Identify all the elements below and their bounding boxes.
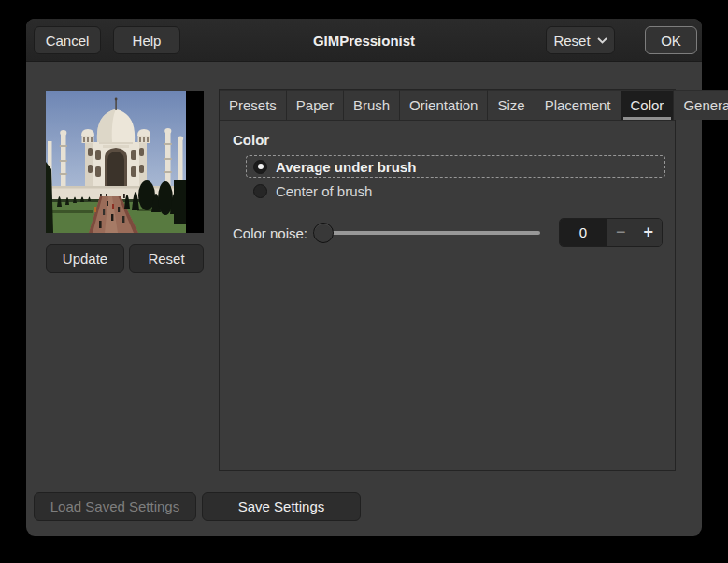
plus-icon: + [643,223,653,242]
reset-dropdown-button[interactable]: Reset [546,26,615,54]
radio-center-of-brush[interactable]: Center of brush [246,180,665,201]
slider-track[interactable] [313,231,540,235]
tab-color[interactable]: Color [621,90,675,120]
radio-average-under-brush[interactable]: Average under brush [246,155,665,178]
radio-average-label: Average under brush [276,159,416,175]
color-noise-label: Color noise: [233,225,307,241]
tab-placement[interactable]: Placement [535,90,621,120]
taj-mahal-preview-art [46,91,204,233]
radio-center-label: Center of brush [276,183,372,199]
color-noise-slider[interactable] [313,223,540,243]
screen: { "titlebar": { "title": "GIMPressionist… [0,0,728,563]
radio-unselected-icon [253,184,267,198]
preview-image [46,91,204,233]
chevron-down-icon [597,37,607,44]
reset-label: Reset [553,33,590,49]
minus-icon: − [616,223,626,242]
tab-general[interactable]: General [674,90,728,120]
tab-orientation[interactable]: Orientation [400,90,488,120]
radio-selected-icon [253,160,267,174]
cancel-button[interactable]: Cancel [34,26,101,54]
settings-notebook: Presets Paper Brush Orientation Size Pla… [219,89,676,471]
tab-bar: Presets Paper Brush Orientation Size Pla… [220,90,675,121]
color-section-heading: Color [233,132,269,148]
tab-brush[interactable]: Brush [344,90,400,120]
save-settings-button[interactable]: Save Settings [202,492,361,521]
help-button[interactable]: Help [113,26,180,54]
load-saved-settings-button[interactable]: Load Saved Settings [34,492,196,521]
update-button[interactable]: Update [46,244,124,273]
slider-thumb[interactable] [313,223,334,243]
decrement-button[interactable]: − [607,219,635,246]
tab-paper[interactable]: Paper [287,90,344,120]
tab-size[interactable]: Size [488,90,535,120]
color-noise-spinbox: 0 − + [559,218,663,247]
headerbar: Cancel Help GIMPressionist Reset OK [26,19,702,62]
preview-reset-button[interactable]: Reset [129,244,204,273]
gimpressionist-dialog: Cancel Help GIMPressionist Reset OK [26,19,702,536]
increment-button[interactable]: + [635,219,663,246]
color-noise-value[interactable]: 0 [560,219,607,246]
ok-button[interactable]: OK [645,26,697,54]
tab-presets[interactable]: Presets [220,90,287,120]
